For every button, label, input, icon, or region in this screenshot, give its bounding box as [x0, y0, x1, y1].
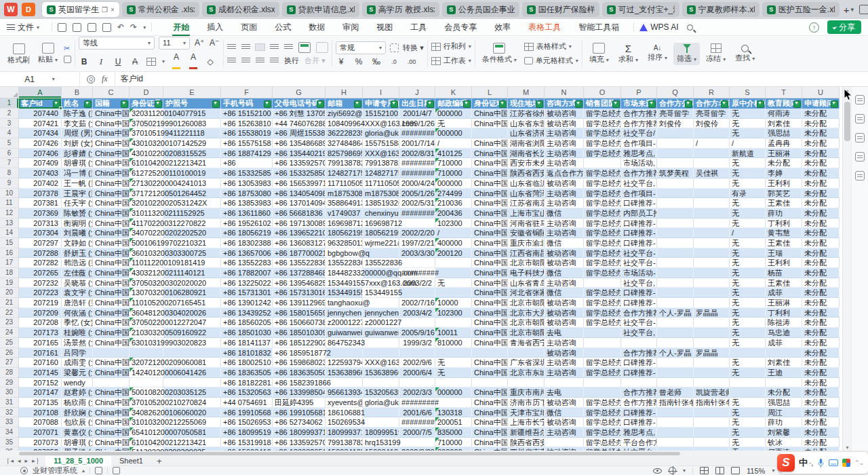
- new-tab-button[interactable]: +: [844, 4, 850, 16]
- cell[interactable]: 合作项目-: [621, 189, 657, 199]
- cell[interactable]: [545, 378, 584, 388]
- cell[interactable]: +86 15320563: [221, 387, 273, 398]
- cell[interactable]: 主动咨询: [545, 149, 584, 159]
- cell[interactable]: 河南省驻马: [508, 218, 545, 229]
- cell[interactable]: China中国: [472, 258, 508, 268]
- cell[interactable]: 153449155: [326, 288, 363, 298]
- cell[interactable]: 210303200509160922: [130, 328, 163, 338]
- filter-dropdown-button[interactable]: [212, 100, 220, 108]
- cell[interactable]: China中国: [93, 338, 130, 348]
- cell[interactable]: 个人-罗晶: [657, 308, 694, 318]
- cell[interactable]: 138519326: [363, 198, 399, 208]
- cell[interactable]: 130703200106280921: [130, 288, 163, 298]
- cell[interactable]: 320311200104077915: [130, 109, 163, 119]
- cell[interactable]: 重庆市南岸: [508, 387, 545, 398]
- cell[interactable]: 未分配: [802, 428, 840, 438]
- cell[interactable]: 留学总经办: [584, 238, 621, 248]
- cell[interactable]: [694, 178, 730, 189]
- cell[interactable]: 207297: [19, 238, 62, 248]
- cell[interactable]: 207434: [19, 128, 62, 138]
- cell[interactable]: 湖南省长沙: [508, 149, 545, 159]
- cell[interactable]: 153638966: [363, 368, 399, 378]
- cell[interactable]: 无: [730, 158, 766, 168]
- header-cell[interactable]: 市场来源: [621, 98, 657, 109]
- cell[interactable]: 刘素佳: [766, 358, 802, 368]
- row-number[interactable]: 14: [0, 228, 19, 238]
- cell[interactable]: China中国: [472, 328, 508, 338]
- cell[interactable]: [657, 218, 694, 229]
- cell[interactable]: 500106199702210321: [130, 238, 163, 248]
- cell[interactable]: +86 周煜155380: [273, 128, 326, 138]
- cell[interactable]: China中国: [93, 128, 130, 138]
- cell[interactable]: 个人-罗晶: [657, 348, 694, 358]
- cell[interactable]: +86 13853983: [221, 198, 273, 208]
- cell[interactable]: 无: [730, 338, 766, 348]
- cell[interactable]: China中国: [93, 238, 130, 248]
- document-tab[interactable]: S成都公积金.xlsx: [202, 2, 279, 17]
- cell[interactable]: 电子科技大: [508, 268, 545, 278]
- cell[interactable]: 207421: [19, 119, 62, 129]
- row-number[interactable]: 22: [0, 308, 19, 318]
- locate-cell-icon[interactable]: [669, 467, 676, 474]
- cell[interactable]: +86 1335925706: [273, 158, 326, 168]
- cell[interactable]: +86 13439252: [221, 308, 273, 318]
- cell[interactable]: 无: [730, 119, 766, 129]
- cell[interactable]: bgbgbow@q: [326, 248, 363, 259]
- cell[interactable]: #########: [399, 268, 435, 278]
- cell[interactable]: 无: [435, 278, 472, 288]
- cell[interactable]: 去电: [545, 387, 584, 398]
- cell[interactable]: 102300: [435, 308, 472, 318]
- cell[interactable]: 马忠迪: [766, 328, 802, 338]
- cell[interactable]: +86 1851229020: [273, 338, 326, 348]
- fill-button[interactable]: 填充 ▾: [586, 41, 612, 66]
- cell[interactable]: m18753080: [363, 189, 399, 199]
- rows-cols-button[interactable]: 行和列▾: [431, 41, 471, 52]
- cell[interactable]: China中国: [472, 198, 508, 208]
- cell[interactable]: guiwanwei: [363, 328, 399, 338]
- cell[interactable]: [694, 238, 730, 248]
- cell[interactable]: 430103200107142529: [130, 138, 163, 149]
- cell[interactable]: China中国: [472, 368, 508, 378]
- tab-list-caret-icon[interactable]: ▾: [851, 6, 854, 13]
- reading-mode-eye-icon[interactable]: [653, 468, 662, 474]
- cell[interactable]: 主动咨询: [545, 358, 584, 368]
- cell[interactable]: 207304: [19, 228, 62, 238]
- cell[interactable]: 无: [730, 288, 766, 298]
- cell[interactable]: [363, 348, 399, 358]
- filter-dropdown-button[interactable]: [317, 100, 324, 108]
- header-cell[interactable]: 现住地址: [508, 98, 545, 109]
- cell[interactable]: China中国: [472, 278, 508, 288]
- cell[interactable]: 411702200312270822: [130, 218, 163, 229]
- cell[interactable]: 无: [730, 218, 766, 229]
- cell[interactable]: [584, 158, 621, 168]
- cell[interactable]: 左佳薇 (女: [62, 268, 93, 278]
- cell[interactable]: 799138782: [363, 158, 399, 168]
- cell[interactable]: 青海省西宁: [508, 338, 545, 348]
- cell[interactable]: [399, 318, 435, 328]
- prev-sheet-icon[interactable]: ◂: [18, 457, 21, 464]
- cell[interactable]: 无: [730, 398, 766, 408]
- row-number[interactable]: 27: [0, 358, 19, 368]
- cell[interactable]: 未分配: [802, 178, 840, 189]
- tab-插入[interactable]: 插入: [198, 19, 232, 36]
- cell[interactable]: China中国: [93, 218, 130, 229]
- cell[interactable]: 主动咨询: [545, 278, 584, 288]
- clear-format-icon[interactable]: ◇: [205, 57, 216, 66]
- cell[interactable]: 207223: [19, 288, 62, 298]
- cell[interactable]: [694, 338, 730, 348]
- cell[interactable]: /: [694, 138, 730, 149]
- cell[interactable]: 季忆 (女): [62, 318, 93, 328]
- cell[interactable]: 2002/9/6: [399, 358, 435, 368]
- first-sheet-icon[interactable]: ❘◂: [5, 457, 14, 464]
- cell[interactable]: 江苏省南京: [508, 198, 545, 208]
- cell[interactable]: +86 1533258500: [273, 168, 326, 178]
- cell[interactable]: [657, 298, 694, 308]
- cell[interactable]: 李文茹 (女: [62, 119, 93, 129]
- cell[interactable]: 无: [730, 128, 766, 138]
- cell[interactable]: [694, 328, 730, 338]
- cell[interactable]: 雅思考点,: [621, 149, 657, 159]
- filter-dropdown-button[interactable]: [354, 100, 361, 108]
- cell[interactable]: 彭睿婧 (女: [62, 149, 93, 159]
- cell[interactable]: [730, 387, 766, 398]
- cell[interactable]: 何雨涛: [766, 109, 802, 119]
